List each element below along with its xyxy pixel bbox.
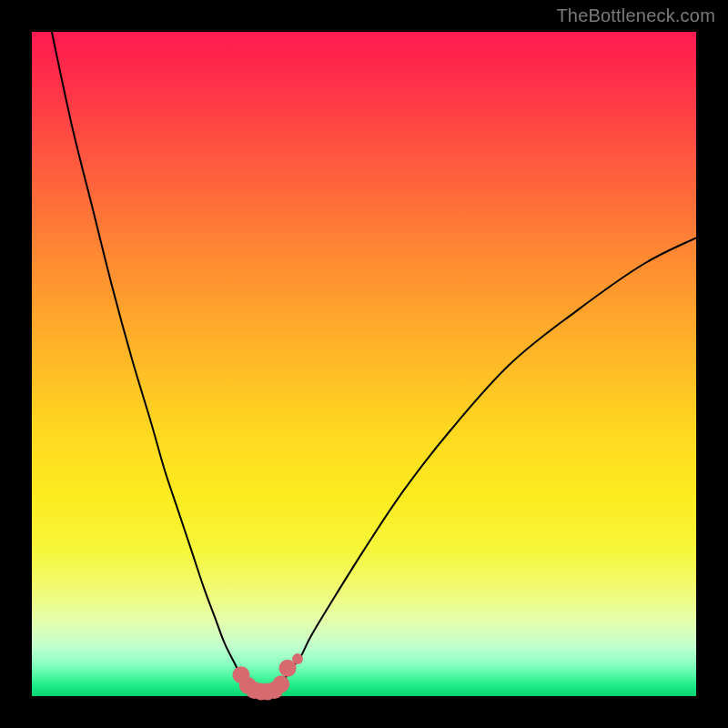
outer-frame: TheBottleneck.com — [0, 0, 728, 728]
chart-svg — [32, 32, 696, 696]
marker-band-point — [272, 675, 289, 693]
marker-dot-group — [292, 653, 303, 664]
chart-plot-area — [32, 32, 696, 696]
marker-band — [232, 660, 296, 701]
curve-right-branch — [284, 238, 696, 679]
curve-left-branch — [52, 32, 248, 686]
watermark-text: TheBottleneck.com — [556, 5, 715, 26]
marker-dot — [292, 653, 303, 664]
